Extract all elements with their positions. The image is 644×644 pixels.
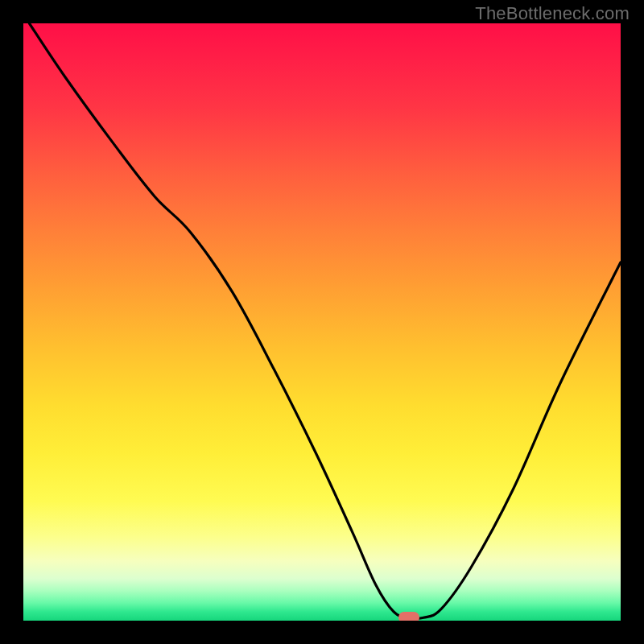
- curve-path: [29, 23, 621, 619]
- bottleneck-curve: [23, 23, 621, 621]
- chart-frame: TheBottleneck.com: [0, 0, 644, 644]
- watermark-text: TheBottleneck.com: [475, 3, 630, 24]
- optimal-marker: [398, 612, 419, 621]
- plot-area: [23, 23, 621, 621]
